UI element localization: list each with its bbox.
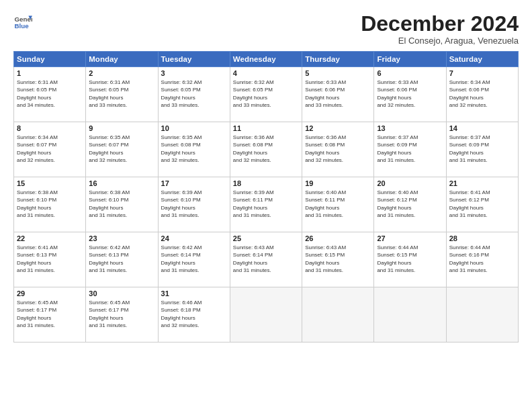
header-sunday: Sunday <box>14 52 86 67</box>
cell-info: Sunrise: 6:32 AMSunset: 6:05 PMDaylight … <box>233 79 274 108</box>
cell-info: Sunrise: 6:45 AMSunset: 6:17 PMDaylight … <box>17 300 58 328</box>
day-number: 1 <box>17 69 83 77</box>
day-number: 5 <box>305 69 371 77</box>
cell-info: Sunrise: 6:38 AMSunset: 6:10 PMDaylight … <box>89 189 130 218</box>
day-number: 30 <box>89 289 154 298</box>
calendar-cell: 8Sunrise: 6:34 AMSunset: 6:07 PMDaylight… <box>14 122 86 177</box>
header-tuesday: Tuesday <box>158 52 230 67</box>
day-number: 9 <box>89 124 154 132</box>
calendar-cell: 11Sunrise: 6:36 AMSunset: 6:08 PMDayligh… <box>230 122 302 177</box>
day-number: 2 <box>89 69 154 77</box>
day-number: 7 <box>449 69 515 77</box>
calendar-cell: 28Sunrise: 6:44 AMSunset: 6:16 PMDayligh… <box>446 232 518 287</box>
cell-info: Sunrise: 6:36 AMSunset: 6:08 PMDaylight … <box>305 134 346 163</box>
cell-info: Sunrise: 6:41 AMSunset: 6:13 PMDaylight … <box>17 244 58 273</box>
calendar-table: Sunday Monday Tuesday Wednesday Thursday… <box>13 51 519 342</box>
cell-info: Sunrise: 6:34 AMSunset: 6:06 PMDaylight … <box>449 79 490 108</box>
cell-info: Sunrise: 6:37 AMSunset: 6:09 PMDaylight … <box>449 134 490 163</box>
calendar-cell: 23Sunrise: 6:42 AMSunset: 6:13 PMDayligh… <box>86 232 158 287</box>
header-thursday: Thursday <box>302 52 374 67</box>
calendar-cell: 30Sunrise: 6:45 AMSunset: 6:17 PMDayligh… <box>86 287 158 342</box>
calendar-cell: 9Sunrise: 6:35 AMSunset: 6:07 PMDaylight… <box>86 122 158 177</box>
day-number: 25 <box>233 234 299 242</box>
calendar-cell: 12Sunrise: 6:36 AMSunset: 6:08 PMDayligh… <box>302 122 374 177</box>
calendar-cell: 14Sunrise: 6:37 AMSunset: 6:09 PMDayligh… <box>446 122 518 177</box>
cell-info: Sunrise: 6:32 AMSunset: 6:05 PMDaylight … <box>161 79 202 108</box>
calendar-cell: 20Sunrise: 6:40 AMSunset: 6:12 PMDayligh… <box>374 177 446 232</box>
calendar-cell: 27Sunrise: 6:44 AMSunset: 6:15 PMDayligh… <box>374 232 446 287</box>
day-number: 12 <box>305 124 371 132</box>
cell-info: Sunrise: 6:37 AMSunset: 6:09 PMDaylight … <box>377 134 418 163</box>
calendar-cell: 24Sunrise: 6:42 AMSunset: 6:14 PMDayligh… <box>158 232 230 287</box>
calendar-cell: 26Sunrise: 6:43 AMSunset: 6:15 PMDayligh… <box>302 232 374 287</box>
header-monday: Monday <box>86 52 158 67</box>
calendar-page: General Blue December 2024 El Consejo, A… <box>0 0 532 411</box>
cell-info: Sunrise: 6:33 AMSunset: 6:06 PMDaylight … <box>377 79 418 108</box>
header-friday: Friday <box>374 52 446 67</box>
header: General Blue December 2024 El Consejo, A… <box>13 12 519 46</box>
calendar-week-row: 8Sunrise: 6:34 AMSunset: 6:07 PMDaylight… <box>14 122 519 177</box>
day-number: 24 <box>161 234 227 242</box>
calendar-cell: 21Sunrise: 6:41 AMSunset: 6:12 PMDayligh… <box>446 177 518 232</box>
cell-info: Sunrise: 6:31 AMSunset: 6:05 PMDaylight … <box>17 79 58 108</box>
day-number: 18 <box>233 179 299 187</box>
calendar-cell: 19Sunrise: 6:40 AMSunset: 6:11 PMDayligh… <box>302 177 374 232</box>
cell-info: Sunrise: 6:36 AMSunset: 6:08 PMDaylight … <box>233 134 274 163</box>
day-number: 20 <box>377 179 443 187</box>
cell-info: Sunrise: 6:34 AMSunset: 6:07 PMDaylight … <box>17 134 58 163</box>
day-number: 11 <box>233 124 299 132</box>
cell-info: Sunrise: 6:31 AMSunset: 6:05 PMDaylight … <box>89 79 130 108</box>
cell-info: Sunrise: 6:35 AMSunset: 6:07 PMDaylight … <box>89 134 130 163</box>
calendar-cell: 29Sunrise: 6:45 AMSunset: 6:17 PMDayligh… <box>14 287 86 342</box>
cell-info: Sunrise: 6:45 AMSunset: 6:17 PMDaylight … <box>89 300 130 328</box>
day-number: 17 <box>161 179 227 187</box>
cell-info: Sunrise: 6:39 AMSunset: 6:11 PMDaylight … <box>233 189 274 218</box>
calendar-cell <box>230 287 302 342</box>
svg-text:Blue: Blue <box>14 22 29 30</box>
cell-info: Sunrise: 6:41 AMSunset: 6:12 PMDaylight … <box>449 189 490 218</box>
cell-info: Sunrise: 6:42 AMSunset: 6:14 PMDaylight … <box>161 244 202 273</box>
day-number: 31 <box>161 289 227 298</box>
calendar-cell: 22Sunrise: 6:41 AMSunset: 6:13 PMDayligh… <box>14 232 86 287</box>
calendar-week-row: 29Sunrise: 6:45 AMSunset: 6:17 PMDayligh… <box>14 287 519 342</box>
cell-info: Sunrise: 6:33 AMSunset: 6:06 PMDaylight … <box>305 79 346 108</box>
calendar-cell: 18Sunrise: 6:39 AMSunset: 6:11 PMDayligh… <box>230 177 302 232</box>
logo: General Blue <box>13 12 35 31</box>
day-number: 23 <box>89 234 154 242</box>
day-number: 4 <box>233 69 299 77</box>
calendar-cell: 13Sunrise: 6:37 AMSunset: 6:09 PMDayligh… <box>374 122 446 177</box>
day-number: 29 <box>17 289 83 298</box>
day-number: 16 <box>89 179 154 187</box>
cell-info: Sunrise: 6:43 AMSunset: 6:15 PMDaylight … <box>305 244 346 273</box>
cell-info: Sunrise: 6:44 AMSunset: 6:15 PMDaylight … <box>377 244 418 273</box>
calendar-cell: 15Sunrise: 6:38 AMSunset: 6:10 PMDayligh… <box>14 177 86 232</box>
weekday-header-row: Sunday Monday Tuesday Wednesday Thursday… <box>14 52 519 67</box>
calendar-cell: 3Sunrise: 6:32 AMSunset: 6:05 PMDaylight… <box>158 67 230 122</box>
day-number: 22 <box>17 234 83 242</box>
day-number: 14 <box>449 124 515 132</box>
day-number: 15 <box>17 179 83 187</box>
day-number: 8 <box>17 124 83 132</box>
cell-info: Sunrise: 6:40 AMSunset: 6:11 PMDaylight … <box>305 189 346 218</box>
calendar-cell <box>374 287 446 342</box>
cell-info: Sunrise: 6:39 AMSunset: 6:10 PMDaylight … <box>161 189 202 218</box>
day-number: 28 <box>449 234 515 242</box>
day-number: 13 <box>377 124 443 132</box>
day-number: 27 <box>377 234 443 242</box>
logo-icon: General Blue <box>13 12 32 31</box>
calendar-cell <box>302 287 374 342</box>
calendar-cell: 6Sunrise: 6:33 AMSunset: 6:06 PMDaylight… <box>374 67 446 122</box>
calendar-week-row: 15Sunrise: 6:38 AMSunset: 6:10 PMDayligh… <box>14 177 519 232</box>
cell-info: Sunrise: 6:46 AMSunset: 6:18 PMDaylight … <box>161 300 202 328</box>
calendar-cell: 17Sunrise: 6:39 AMSunset: 6:10 PMDayligh… <box>158 177 230 232</box>
cell-info: Sunrise: 6:44 AMSunset: 6:16 PMDaylight … <box>449 244 490 273</box>
calendar-week-row: 1Sunrise: 6:31 AMSunset: 6:05 PMDaylight… <box>14 67 519 122</box>
day-number: 26 <box>305 234 371 242</box>
cell-info: Sunrise: 6:43 AMSunset: 6:14 PMDaylight … <box>233 244 274 273</box>
calendar-cell: 1Sunrise: 6:31 AMSunset: 6:05 PMDaylight… <box>14 67 86 122</box>
location: El Consejo, Aragua, Venezuela <box>361 36 519 46</box>
calendar-cell: 5Sunrise: 6:33 AMSunset: 6:06 PMDaylight… <box>302 67 374 122</box>
calendar-cell: 7Sunrise: 6:34 AMSunset: 6:06 PMDaylight… <box>446 67 518 122</box>
calendar-cell: 31Sunrise: 6:46 AMSunset: 6:18 PMDayligh… <box>158 287 230 342</box>
calendar-cell: 25Sunrise: 6:43 AMSunset: 6:14 PMDayligh… <box>230 232 302 287</box>
